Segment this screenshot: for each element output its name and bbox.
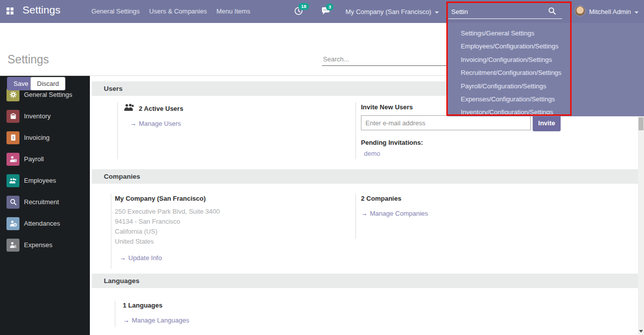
address-line: California (US) [115,227,355,237]
sidebar-item-label: Expenses [24,241,52,249]
company-switcher-label: My Company (San Francisco) [345,8,431,15]
chevron-down-icon [435,11,439,13]
sidebar-item-label: Payroll [24,155,44,163]
manage-companies-link[interactable]: →Manage Companies [361,210,638,217]
sidebar-item-label: Inventory [24,112,50,120]
users-group-icon [124,103,135,113]
messages-chat-icon[interactable]: 3 [322,7,330,17]
arrow-right-icon: → [123,317,129,324]
odoo-settings-screen: Settings General Settings Users & Compan… [0,0,644,335]
navbar-menus: General Settings Users & Companies Menu … [91,7,250,15]
pending-user-link[interactable]: demo [364,150,638,157]
search-icon[interactable] [548,7,556,17]
settings-sidebar: General Settings Inventory $ Invoicing $… [0,76,90,335]
sidebar-item-inventory[interactable]: Inventory [0,105,90,127]
payroll-icon: $ [6,153,19,166]
search-result-item[interactable]: Recruitment/Configuration/Settings [461,66,644,79]
invoice-icon: $ [6,131,19,144]
arrow-right-icon: → [361,210,367,217]
sidebar-item-employees[interactable]: Employees [0,170,90,191]
manage-languages-label: Manage Languages [132,317,189,324]
company-info-box: My Company (San Francisco) 250 Executive… [111,194,355,269]
company-switcher[interactable]: My Company (San Francisco) [345,8,439,15]
expenses-icon: $ [6,239,19,252]
manage-languages-link[interactable]: →Manage Languages [123,317,364,324]
companies-section: My Company (San Francisco) 250 Executive… [90,194,644,269]
languages-box: 1 Languages →Manage Languages [115,301,364,327]
address-line: 250 Executive Park Blvd, Suite 3400 [115,207,355,217]
menu-users-companies[interactable]: Users & Companies [149,7,207,15]
discard-button[interactable]: Discard [30,77,65,90]
address-line: 94134 - San Francisco [115,217,355,227]
sidebar-item-label: Recruitment [24,198,59,206]
languages-count: 1 Languages [123,302,364,309]
sidebar-item-attendances[interactable]: Attendances [0,213,90,234]
employees-group-icon [6,174,19,187]
active-users-count: 2 Active Users [139,105,183,112]
activities-clock-icon[interactable]: 18 [294,6,303,17]
address-line: United States [115,237,355,247]
page-title: Settings [7,53,49,66]
user-menu[interactable]: Mitchell Admin [589,8,639,15]
menu-general-settings[interactable]: General Settings [91,7,140,15]
content-search-input[interactable] [322,53,447,66]
svg-text:$: $ [14,244,16,249]
search-results-dropdown: Settings/General Settings Employees/Conf… [447,23,644,116]
manage-users-label: Manage Users [139,120,181,127]
messages-badge: 3 [326,3,333,10]
sidebar-item-invoicing[interactable]: $ Invoicing [0,127,90,148]
search-result-item[interactable]: Expenses/Configuration/Settings [461,93,644,106]
company-address: 250 Executive Park Blvd, Suite 3400 9413… [115,207,355,247]
vertical-scrollbar[interactable] [638,116,644,335]
update-info-link[interactable]: →Update Info [119,254,355,262]
arrow-right-icon: → [130,120,136,127]
update-info-label: Update Info [128,254,162,262]
search-result-item[interactable]: Employees/Configuration/Settings [461,40,644,53]
sidebar-item-payroll[interactable]: $ Payroll [0,148,90,170]
user-avatar[interactable] [575,5,586,16]
menu-menu-items[interactable]: Menu Items [216,7,250,15]
sidebar-item-expenses[interactable]: $ Expenses [0,234,90,256]
svg-text:$: $ [14,159,16,162]
activities-badge: 18 [299,3,309,10]
languages-section: 1 Languages →Manage Languages [90,301,644,327]
magnifier-icon [6,196,19,209]
pending-invitations-title: Pending Invitations: [361,139,638,146]
search-result-item[interactable]: Settings/General Settings [461,27,644,40]
chevron-down-icon [635,11,639,13]
companies-count-box: 2 Companies →Manage Companies [355,194,644,239]
manage-users-link[interactable]: →Manage Users [130,120,355,127]
top-navbar: Settings General Settings Users & Compan… [0,0,644,23]
search-result-item[interactable]: Invoicing/Configuration/Settings [461,53,644,66]
sidebar-item-recruitment[interactable]: Recruitment [0,191,90,213]
user-menu-label: Mitchell Admin [589,8,631,15]
sidebar-item-label: Employees [24,177,56,184]
attendance-icon [6,217,19,230]
active-users-box: 2 Active Users →Manage Users [117,102,355,159]
sidebar-item-label: Attendances [24,220,60,227]
manage-companies-label: Manage Companies [370,210,428,217]
sidebar-item-label: Invoicing [24,134,49,141]
box-icon [6,110,19,123]
scrollbar-thumb[interactable] [639,117,644,130]
app-brand-title[interactable]: Settings [22,4,60,16]
sidebar-item-label: General Settings [24,91,72,98]
company-name: My Company (San Francisco) [115,195,355,202]
scrollbar-down-arrow-icon[interactable] [639,330,643,333]
search-result-item[interactable]: Payroll/Configuration/Settings [461,80,644,93]
navbar-search-input[interactable] [448,5,562,19]
companies-count: 2 Companies [361,195,638,202]
arrow-right-icon: → [119,254,126,262]
apps-grid-icon[interactable] [6,7,13,14]
section-header-companies: Companies [92,169,638,184]
section-header-languages: Languages [92,274,638,288]
search-result-item[interactable]: Inventory/Configuration/Settings [461,106,644,119]
